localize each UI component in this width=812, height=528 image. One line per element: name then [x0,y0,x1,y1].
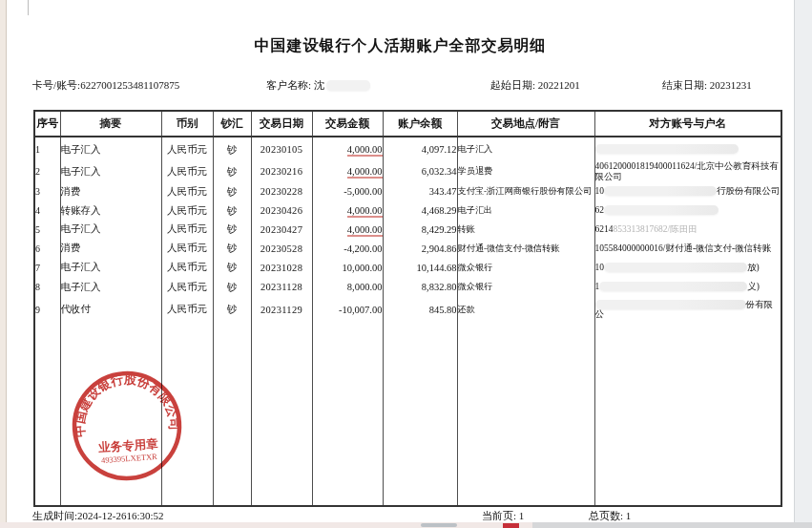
end-date-value: 20231231 [710,79,752,91]
table-row: 1 电子汇入 人民币元 钞 20230105 4,000.00 4,097.12… [34,137,781,161]
current-page-label: 当前页: [482,510,516,521]
cell-cash: 钞 [213,277,251,297]
cell-place: 微众银行 [457,277,594,297]
cell-opponent: 62 [594,201,781,220]
cell-summary: 电子汇入 [60,220,161,239]
amount-value: 4,000.00 [347,144,383,157]
cell-balance: 8,429.29 [383,220,457,239]
amount-value: 4,000.00 [347,224,383,237]
cell-seq: 8 [34,277,60,297]
generated-time-label: 生成时间: [32,510,77,521]
table-row: 3 消费 人民币元 钞 20230228 -5,000.00 343.47 支付… [34,181,781,201]
table-row: 9 代收付 人民币元 钞 20231129 -10,007.00 845.80 … [34,297,781,322]
cell-currency: 人民币元 [161,220,213,239]
bottom-strip-thumb [421,523,457,527]
cell-seq: 5 [34,220,60,239]
page-right-edge [794,0,812,528]
cell-balance: 2,904.86 [383,239,457,258]
cell-date: 20230528 [251,239,312,258]
page-left-edge [0,0,7,522]
cell-amount: -10,007.00 [312,297,383,322]
total-pages-value: 1 [626,510,632,521]
cell-balance: 6,032.34 [383,161,457,181]
opponent-visible-text: 10 [595,186,605,196]
header-opponent: 对方账号与户名 [594,111,781,137]
header-balance: 账户余额 [383,111,457,137]
seal-ring [71,370,182,481]
cell-place: 学员退费 [457,161,594,181]
cell-opponent: 6214853313817682/陈田田 [594,220,781,239]
cell-place: 还款 [457,297,594,322]
card-number-value: 6227001253481107875 [80,79,179,91]
header-currency: 币别 [161,111,213,137]
start-date-value: 20221201 [538,79,580,91]
cell-currency: 人民币元 [161,277,213,297]
cell-date: 20231028 [251,258,312,277]
opponent-visible-text: 10 [595,263,605,272]
cell-cash: 钞 [213,137,251,161]
cell-place: 微众银行 [457,258,594,277]
svg-text:中国建设银行股份有限公司: 中国建设银行股份有限公司 [69,368,182,437]
table-row: 4 转账存入 人民币元 钞 20230426 4,000.00 4,468.29… [34,201,781,220]
amount-value: 4,000.00 [347,205,383,218]
cell-place: 电子汇出 [457,201,594,220]
header-cash: 钞汇 [213,111,251,137]
opponent-visible-suffix: 放) [747,263,760,272]
cell-cash: 钞 [213,258,251,277]
cell-summary: 电子汇入 [60,137,161,161]
cell-seq: 9 [34,297,60,322]
cell-summary: 代收付 [60,297,161,322]
cell-currency: 人民币元 [161,239,213,258]
bottom-strip [0,522,812,528]
opponent-visible-text: 105584000000016/财付通-微信支付-微信转账 [595,243,772,253]
redaction-blob [595,300,746,309]
cell-summary: 消费 [60,239,161,258]
end-date-field: 结束日期: 20231231 [662,78,752,93]
cell-amount: 4,000.00 [312,201,383,220]
cell-date: 20231128 [251,277,312,297]
cell-balance: 4,468.29 [383,201,457,220]
cell-seq: 6 [34,239,60,258]
cell-amount: 4,000.00 [312,161,383,181]
cell-balance: 343.47 [383,181,457,201]
bottom-strip-gray [532,522,812,528]
page-title: 中国建设银行个人活期账户全部交易明细 [7,36,794,56]
opponent-visible-suffix: 行股份有限公司 [717,186,781,196]
cell-date: 20230426 [251,201,312,220]
cell-currency: 人民币元 [161,137,213,161]
table-header-row: 序号 摘要 币别 钞汇 交易日期 交易金额 账户余额 交易地点/附言 对方账号与… [34,111,781,137]
redaction-blob [326,80,370,91]
cell-amount: 4,000.00 [312,220,383,239]
current-page-value: 1 [519,510,525,521]
cell-cash: 钞 [213,220,251,239]
cell-opponent [594,137,781,161]
cell-seq: 7 [34,258,60,277]
opponent-faint-text: 853313817682/陈田田 [614,224,697,234]
cell-date: 20230427 [251,220,312,239]
opponent-visible-text: 6214 [595,224,614,234]
table-row: 7 电子汇入 人民币元 钞 20231028 10,000.00 10,144.… [34,258,781,277]
opponent-visible-text: 62 [595,205,605,215]
cell-cash: 钞 [213,201,251,220]
cell-balance: 845.80 [383,297,457,322]
cell-balance: 8,832.80 [383,277,457,297]
cell-currency: 人民币元 [161,297,213,322]
cell-opponent: 份有限公 [594,297,781,322]
cell-seq: 4 [34,201,60,220]
cell-cash: 钞 [213,161,251,181]
cell-place: 转账 [457,220,594,239]
redaction-blob [595,144,739,154]
bottom-strip-red-mark [503,523,519,528]
cell-cash: 钞 [213,297,251,322]
customer-name-field: 客户名称: 沈 [266,78,370,93]
cell-summary: 消费 [60,181,161,201]
cell-summary: 电子汇入 [60,277,161,297]
card-number-label: 卡号/账号: [32,79,80,91]
cell-seq: 3 [34,181,60,201]
cell-balance: 10,144.68 [383,258,457,277]
amount-value: 10,000.00 [343,263,383,273]
table-row: 8 电子汇入 人民币元 钞 20231128 8,000.00 8,832.80… [34,277,781,297]
cell-currency: 人民币元 [161,181,213,201]
opponent-visible-suffix: 义) [747,282,760,291]
end-date-label: 结束日期: [662,79,710,91]
